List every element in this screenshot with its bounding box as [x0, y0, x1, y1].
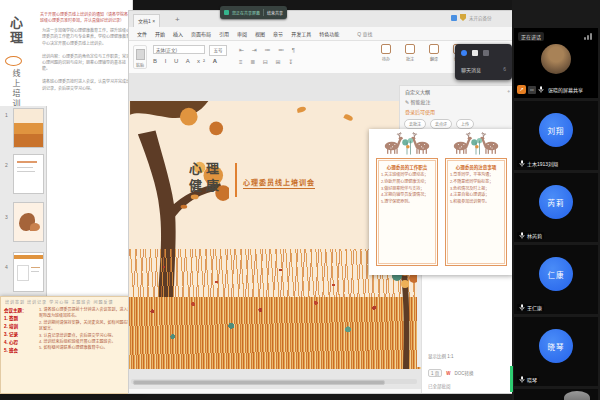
slide-thumbnail-4[interactable] [13, 252, 44, 292]
thumbnail-text-line [31, 267, 40, 268]
ribbon-search[interactable]: Q 查找 [357, 30, 372, 37]
participant-tile[interactable]: 刘翔 土木1913刘翔 [514, 101, 598, 170]
doc-convert-label[interactable]: DOC转换 [455, 370, 474, 376]
deer-illustration [376, 132, 438, 158]
participant-name-text: 林芮莉 [527, 232, 542, 239]
menu-special-features[interactable]: 特色功能 [319, 30, 339, 37]
participant-label: 林芮莉 [517, 232, 544, 239]
deer-slide-panel: 心理委员的工作职责 1.关注班级同学心理动态； 2.协助开展心理健康活动； 3.… [369, 129, 513, 275]
menu-page-layout[interactable]: 页面布局 [191, 30, 211, 37]
box1-text: 1.关注班级同学心理动态； 2.协助开展心理健康活动； 3.做好朋辈陪伴与支持；… [381, 172, 433, 206]
share-border-indicator [510, 366, 513, 392]
go-review-pill[interactable]: 去点评 [430, 119, 452, 129]
meeting-participants-sidebar: 正在讲话 ↗ ▭ 张晓的屏幕共享 刘翔 [512, 0, 600, 400]
text-format-buttons[interactable]: B I U A x² 𝐀 [153, 58, 220, 65]
sharing-indicator-icon: ↗ [517, 85, 526, 94]
doc-sync-icon[interactable] [451, 15, 457, 21]
paste-button[interactable]: 粘贴 [133, 45, 147, 69]
todo-icon [381, 44, 391, 54]
pin-icon[interactable]: ⌖ [507, 88, 510, 95]
doc-convert-icon: W [446, 371, 450, 376]
document-tab[interactable]: 文档1 × [133, 14, 160, 28]
participant-tile[interactable]: 仁康 王仁康 [514, 245, 598, 314]
thumbnail-number-3: 3 [5, 214, 8, 220]
mic-icon [538, 86, 544, 93]
smart-comment-tool[interactable]: ✎ 智能批注 [405, 98, 431, 105]
participant-tile-partial[interactable] [514, 389, 598, 400]
list-buttons[interactable]: ⇤ ⇥ ≔ ≕ ¶ [239, 46, 298, 53]
share-status-text: 张晓的屏幕共享 [546, 86, 585, 93]
chat-message-popup[interactable]: 聊天消息 6 [455, 44, 512, 80]
box1-heading: 心理委员的工作职责 [381, 164, 433, 170]
thumbnail-image-box [17, 265, 29, 281]
menu-dev-tools[interactable]: 开发工具 [291, 30, 311, 37]
mic-icon [519, 160, 525, 167]
meeting-screenshot-root: 关于开展心理委员线上培训会的通知（请各学院各班级心理委员准时参加，并认真做好培训… [0, 0, 600, 400]
participant-avatar: 晓琴 [539, 329, 573, 363]
menu-insert[interactable]: 插入 [173, 30, 183, 37]
document-vertical-title: 心理 线上培训会 [6, 16, 25, 119]
menu-home[interactable]: 开始 [155, 30, 165, 37]
thumbnail-number-2: 2 [5, 162, 8, 168]
go-comment-pill[interactable]: 去批注 [404, 119, 426, 129]
menu-references[interactable]: 引用 [219, 30, 229, 37]
todo-label: 待办 [377, 56, 395, 62]
leaf-decoration [343, 113, 353, 121]
menu-view[interactable]: 视图 [255, 30, 265, 37]
share-banner-label: 您正在共享屏幕 [232, 10, 260, 16]
todo-button[interactable]: 待办 [377, 44, 395, 62]
deer-content-box-1: 心理委员的工作职责 1.关注班级同学心理动态； 2.协助开展心理健康活动； 3.… [376, 132, 438, 266]
chat-popup-icons [461, 50, 489, 56]
participant-tile[interactable]: 晓琴 晓琴 [514, 317, 598, 386]
participant-name-text: 土木1913刘翔 [527, 160, 558, 167]
participant-tile[interactable]: 芮莉 林芮莉 [514, 173, 598, 242]
page-count-pill[interactable]: 1 页 [428, 369, 442, 377]
upload-pill[interactable]: 上传 [456, 119, 474, 129]
horizontal-scroll-thumb[interactable] [133, 380, 385, 385]
comment-button[interactable]: 批注 [401, 44, 419, 62]
participant-name-text: 晓琴 [527, 376, 537, 383]
chat-popup-title: 聊天消息 [461, 66, 481, 73]
tab-close-icon[interactable]: × [152, 18, 155, 24]
mic-icon [519, 376, 525, 383]
menu-review[interactable]: 审阅 [237, 30, 247, 37]
mic-icon [519, 232, 525, 239]
grass-field-lower [129, 297, 421, 369]
slide-thumbnail-2[interactable] [13, 154, 44, 194]
content-box-border: 心理委员的工作职责 1.关注班级同学心理动态； 2.协助开展心理健康活动； 3.… [376, 158, 438, 266]
alignment-buttons[interactable]: ≡ ≣ ⊟ ⊞ ↧ [239, 58, 296, 65]
shield-icon[interactable] [460, 14, 466, 21]
comment-icon [405, 44, 415, 54]
attachment-icon [483, 50, 489, 56]
thumbnail-text-line [17, 167, 33, 168]
slide-thumbnail-3[interactable] [13, 202, 44, 242]
menu-section[interactable]: 章节 [273, 30, 283, 37]
horizontal-scrollbar[interactable] [131, 379, 417, 384]
comment-label: 批注 [401, 56, 419, 62]
slide-subtitle[interactable]: 心理委员线上培训会 [243, 177, 315, 189]
menu-file[interactable]: 文件 [137, 30, 147, 37]
new-tab-button[interactable]: + [175, 15, 180, 25]
active-speaker-tile[interactable]: 正在讲话 ↗ ▭ 张晓的屏幕共享 [514, 28, 598, 98]
notes-body-text: 1. 请各班心理委员提前十分钟进入会议签到，进入后将昵称改为班级加姓名。 2. … [39, 307, 139, 352]
notes-topic-items: 1. 签到 2. 培训 3. 记录 4. 心得 5. 班会 [4, 316, 18, 353]
login-hint-link[interactable]: 登录后可使用 [405, 108, 435, 115]
banner-divider [263, 9, 264, 16]
font-name-select[interactable]: 宋体(正文) [153, 45, 205, 54]
screen-share-banner: 您正在共享屏幕 结束共享 [220, 6, 287, 19]
webcam-silhouette [564, 391, 590, 400]
message-icon [472, 50, 478, 56]
translate-icon [429, 44, 439, 54]
slide-title[interactable]: 心理 健康 [189, 161, 223, 195]
stop-share-button[interactable]: 结束共享 [267, 10, 283, 16]
participant-label: 晓琴 [517, 376, 539, 383]
thumbnail-number-1: 1 [5, 112, 8, 118]
paste-icon [136, 49, 145, 60]
speaking-status-label: 正在讲话 [518, 32, 544, 41]
thumbnail-banner [14, 255, 43, 259]
slide-thumbnail-1[interactable] [13, 108, 44, 148]
translate-button[interactable]: 翻译 [425, 44, 443, 62]
mic-icon [519, 304, 525, 311]
font-size-select[interactable]: 五号 [209, 45, 227, 56]
thumbnail-text-line [31, 271, 39, 272]
